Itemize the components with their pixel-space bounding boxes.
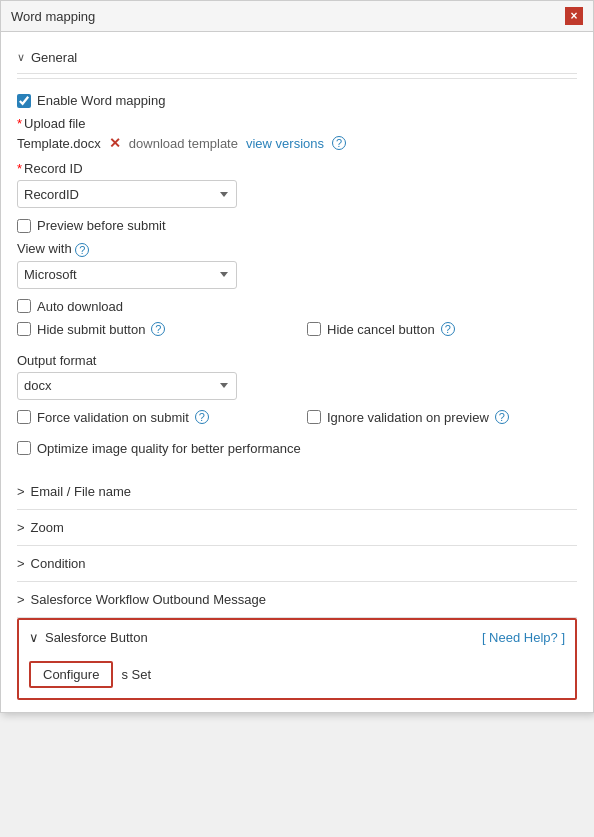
auto-download-checkbox[interactable] bbox=[17, 299, 31, 313]
optimize-image-label: Optimize image quality for better perfor… bbox=[37, 441, 301, 456]
zoom-chevron: > bbox=[17, 520, 25, 535]
configure-button[interactable]: Configure bbox=[29, 661, 113, 688]
view-with-select[interactable]: Microsoft bbox=[17, 261, 237, 289]
upload-help-badge[interactable]: ? bbox=[332, 136, 346, 150]
zoom-header-left: > Zoom bbox=[17, 520, 64, 535]
ignore-validation-help-badge[interactable]: ? bbox=[495, 410, 509, 424]
dialog-body: ∨ General Enable Word mapping *Upload fi… bbox=[1, 32, 593, 712]
word-mapping-dialog: Word mapping × ∨ General Enable Word map… bbox=[0, 0, 594, 713]
ignore-validation-checkbox[interactable] bbox=[307, 410, 321, 424]
salesforce-workflow-label: Salesforce Workflow Outbound Message bbox=[31, 592, 266, 607]
view-versions-link[interactable]: view versions bbox=[246, 136, 324, 151]
salesforce-button-section: ∨ Salesforce Button [ Need Help? ] Confi… bbox=[17, 618, 577, 700]
salesforce-button-label: Salesforce Button bbox=[45, 630, 148, 645]
zoom-header[interactable]: > Zoom bbox=[17, 510, 577, 545]
hide-submit-help-badge[interactable]: ? bbox=[151, 322, 165, 336]
general-label: General bbox=[31, 50, 77, 65]
salesforce-button-chevron: ∨ bbox=[29, 630, 39, 645]
download-template-link[interactable]: download template bbox=[129, 136, 238, 151]
enable-word-mapping-checkbox[interactable] bbox=[17, 94, 31, 108]
salesforce-workflow-header-left: > Salesforce Workflow Outbound Message bbox=[17, 592, 266, 607]
salesforce-button-header-left: ∨ Salesforce Button bbox=[29, 630, 148, 645]
hide-cancel-label: Hide cancel button bbox=[327, 322, 435, 337]
required-star-2: * bbox=[17, 161, 22, 176]
output-format-label: Output format bbox=[17, 353, 577, 368]
force-validation-label: Force validation on submit bbox=[37, 410, 189, 425]
condition-section: > Condition bbox=[17, 546, 577, 582]
condition-label: Condition bbox=[31, 556, 86, 571]
hide-submit-checkbox[interactable] bbox=[17, 322, 31, 336]
dialog-header: Word mapping × bbox=[1, 1, 593, 32]
condition-chevron: > bbox=[17, 556, 25, 571]
ignore-validation-row: Ignore validation on preview ? bbox=[307, 410, 577, 425]
general-section-content: Enable Word mapping *Upload file Templat… bbox=[17, 83, 577, 474]
hide-cancel-checkbox[interactable] bbox=[307, 322, 321, 336]
ignore-validation-label: Ignore validation on preview bbox=[327, 410, 489, 425]
zoom-section: > Zoom bbox=[17, 510, 577, 546]
preview-before-submit-checkbox[interactable] bbox=[17, 219, 31, 233]
condition-header-left: > Condition bbox=[17, 556, 86, 571]
preview-before-submit-row: Preview before submit bbox=[17, 218, 577, 233]
email-file-chevron: > bbox=[17, 484, 25, 499]
force-validation-checkbox[interactable] bbox=[17, 410, 31, 424]
enable-word-mapping-row: Enable Word mapping bbox=[17, 93, 577, 108]
upload-row: Template.docx ✕ download template view v… bbox=[17, 135, 577, 151]
required-star: * bbox=[17, 116, 22, 131]
output-format-row: Output format docx bbox=[17, 353, 577, 400]
delete-file-icon[interactable]: ✕ bbox=[109, 135, 121, 151]
zoom-label: Zoom bbox=[31, 520, 64, 535]
dialog-title: Word mapping bbox=[11, 9, 95, 24]
view-with-help-badge[interactable]: ? bbox=[75, 243, 89, 257]
force-validation-row: Force validation on submit ? bbox=[17, 410, 287, 425]
upload-file-row: *Upload file Template.docx ✕ download te… bbox=[17, 116, 577, 151]
email-file-header-left: > Email / File name bbox=[17, 484, 131, 499]
auto-download-row: Auto download bbox=[17, 299, 577, 314]
salesforce-button-header[interactable]: ∨ Salesforce Button [ Need Help? ] bbox=[19, 620, 575, 655]
file-name: Template.docx bbox=[17, 136, 101, 151]
view-with-label: View with ? bbox=[17, 241, 577, 257]
view-with-row: View with ? Microsoft bbox=[17, 241, 577, 289]
need-help-link[interactable]: [ Need Help? ] bbox=[482, 630, 565, 645]
hide-cancel-help-badge[interactable]: ? bbox=[441, 322, 455, 336]
record-id-select[interactable]: RecordID bbox=[17, 180, 237, 208]
record-id-row: *Record ID RecordID bbox=[17, 161, 577, 208]
auto-download-label: Auto download bbox=[37, 299, 123, 314]
salesforce-workflow-header[interactable]: > Salesforce Workflow Outbound Message bbox=[17, 582, 577, 617]
validation-row: Force validation on submit ? Ignore vali… bbox=[17, 410, 577, 433]
optimize-image-row: Optimize image quality for better perfor… bbox=[17, 441, 577, 456]
general-chevron: ∨ bbox=[17, 51, 25, 64]
hide-cancel-row: Hide cancel button ? bbox=[307, 322, 577, 337]
record-id-label: *Record ID bbox=[17, 161, 577, 176]
enable-word-mapping-label: Enable Word mapping bbox=[37, 93, 165, 108]
close-button[interactable]: × bbox=[565, 7, 583, 25]
optimize-image-checkbox[interactable] bbox=[17, 441, 31, 455]
hide-submit-row: Hide submit button ? bbox=[17, 322, 287, 337]
upload-file-label: *Upload file bbox=[17, 116, 577, 131]
salesforce-workflow-section: > Salesforce Workflow Outbound Message bbox=[17, 582, 577, 618]
email-file-header[interactable]: > Email / File name bbox=[17, 474, 577, 509]
salesforce-workflow-chevron: > bbox=[17, 592, 25, 607]
condition-header[interactable]: > Condition bbox=[17, 546, 577, 581]
email-file-section: > Email / File name bbox=[17, 474, 577, 510]
output-format-select[interactable]: docx bbox=[17, 372, 237, 400]
email-file-label: Email / File name bbox=[31, 484, 131, 499]
configure-row: Configure s Set bbox=[19, 655, 575, 698]
preview-before-submit-label: Preview before submit bbox=[37, 218, 166, 233]
general-section-header[interactable]: ∨ General bbox=[17, 42, 577, 74]
force-validation-help-badge[interactable]: ? bbox=[195, 410, 209, 424]
configure-set-text: s Set bbox=[121, 667, 151, 682]
hide-submit-label: Hide submit button bbox=[37, 322, 145, 337]
hide-buttons-row: Hide submit button ? Hide cancel button … bbox=[17, 322, 577, 345]
